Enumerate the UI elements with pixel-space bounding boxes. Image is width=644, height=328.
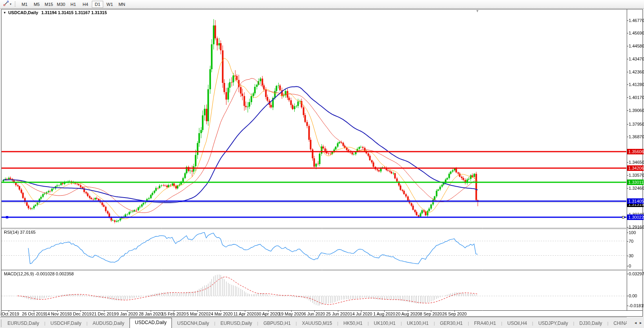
app-window: ▾ M1M5M15M30H1H4D1W1MN ▼USDCAD,Daily1.31… xyxy=(0,0,644,328)
rsi-tick-label: 100 xyxy=(629,230,636,235)
price-level-tag: 1.31405 xyxy=(627,198,644,204)
date-tick-label: 24 Mar 2020 xyxy=(208,312,233,316)
chart-tab-bar: EURUSD,Daily|USDCHF,Daily|AUDUSD,DailyUS… xyxy=(0,317,644,328)
date-tick-label: 14 Nov 2019 xyxy=(45,312,69,316)
timeframe-button-mn[interactable]: MN xyxy=(116,1,128,8)
timeframe-button-m1[interactable]: M1 xyxy=(19,1,30,8)
timeframe-button-m5[interactable]: M5 xyxy=(31,1,42,8)
tab-scroll-right-icon[interactable]: ▸ xyxy=(640,321,642,325)
draw-tool-button[interactable]: ▾ xyxy=(2,1,13,8)
date-tick-label: 28 Jan 2020 xyxy=(139,312,163,316)
price-level-tag: 1.34206 xyxy=(627,165,644,171)
date-tick-label: 1 Aug 2020 xyxy=(373,312,395,316)
date-tick-label: 25 Jun 2020 xyxy=(326,312,350,316)
price-tick-label: 1.41280 xyxy=(629,82,644,87)
chart-tab-usdchf-1[interactable]: USDCHF,Daily xyxy=(46,319,87,328)
tab-scroll-left-icon[interactable]: ◂ xyxy=(635,321,637,325)
chart-tab-usdcnh-4[interactable]: USDCNH,Daily xyxy=(172,319,214,328)
price-tick-label: 1.36870 xyxy=(629,134,644,139)
toolbar: ▾ M1M5M15M30H1H4D1W1MN xyxy=(0,0,644,9)
rsi-tick-label: 30 xyxy=(629,253,633,258)
chart-tab-dj30-15[interactable]: DJ30,Daily xyxy=(574,319,607,328)
date-tick-label: 20 Aug 2020 xyxy=(396,312,420,316)
macd-tick-label: 0.032972 xyxy=(629,271,644,277)
price-tick-label: 1.34650 xyxy=(629,159,644,165)
price-tick-label: 1.37950 xyxy=(629,121,644,127)
trendline-tool-icon xyxy=(3,0,9,8)
price-tick-label: 1.46770 xyxy=(629,18,644,23)
timeframe-button-h4[interactable]: H4 xyxy=(80,1,91,8)
chart-tab-uk100-10[interactable]: UK100,H1 xyxy=(402,319,434,328)
price-tick-label: 1.32460 xyxy=(629,185,644,191)
price-tick-label: 1.40170 xyxy=(629,95,644,100)
timeframe-bar: M1M5M15M30H1H4D1W1MN xyxy=(18,1,128,8)
date-tick-label: 30 Apr 2020 xyxy=(256,312,279,316)
macd-tick-label: -0.018154 xyxy=(629,303,644,308)
chart-tab-uk100-9[interactable]: UK100,H1 xyxy=(369,319,401,328)
tab-bar-corner xyxy=(1,319,2,327)
chart-canvas[interactable] xyxy=(0,0,644,328)
date-tick-label: 21 Dec 2019 xyxy=(92,312,116,316)
date-tick-label: 26 Oct 2019 xyxy=(22,312,46,316)
date-tick-label: 9 Jan 2020 xyxy=(117,312,138,316)
chart-tab-usdjpy-14[interactable]: USDJPY,Daily xyxy=(533,319,573,328)
rsi-tick-label: 0 xyxy=(629,263,631,269)
chart-tab-gbpusd-6[interactable]: GBPUSD,H1 xyxy=(258,319,296,328)
date-tick-label: 14 Jul 2020 xyxy=(350,312,372,316)
chart-tab-eurusd-5[interactable]: EURUSD,Daily xyxy=(215,319,257,328)
price-level-tag: 1.33011 xyxy=(627,180,644,185)
chart-tab-usoil-13[interactable]: USOil,H4 xyxy=(502,319,532,328)
chart-tab-ger30-11[interactable]: GER30,H1 xyxy=(435,319,468,328)
date-tick-label: 6 Jun 2020 xyxy=(304,312,325,316)
date-tick-label: 5 Mar 2020 xyxy=(186,312,208,316)
tab-scroll-controls: ◂ ▸ xyxy=(627,317,644,328)
date-tick-label: 15 Feb 2020 xyxy=(162,312,186,316)
date-tick-label: 26 Sep 2020 xyxy=(442,312,467,316)
date-tick-label: 8 Oct 2019 xyxy=(0,312,19,316)
date-tick-label: 8 Sep 2020 xyxy=(420,312,442,316)
price-tick-label: 1.45690 xyxy=(629,30,644,36)
chart-tab-usdcad-3[interactable]: USDCAD,Daily xyxy=(130,318,172,328)
timeframe-button-w1[interactable]: W1 xyxy=(104,1,115,8)
tool-dropdown-caret-icon[interactable]: ▾ xyxy=(10,2,11,6)
toolbar-grip-handle[interactable] xyxy=(15,2,16,7)
timeframe-button-m30[interactable]: M30 xyxy=(55,1,67,8)
price-tick-label: 1.42360 xyxy=(629,69,644,75)
price-tick-label: 1.44580 xyxy=(629,43,644,49)
price-tick-label: 1.29160 xyxy=(629,224,644,230)
chart-tab-audusd-2[interactable]: AUDUSD,Daily xyxy=(88,319,130,328)
price-level-tag: 1.35606 xyxy=(627,149,644,154)
price-tick-label: 1.33570 xyxy=(629,172,644,178)
price-tick-label: 1.43470 xyxy=(629,56,644,62)
timeframe-button-h1[interactable]: H1 xyxy=(68,1,79,8)
timeframe-button-m15[interactable]: M15 xyxy=(43,1,55,8)
date-tick-label: 3 Dec 2019 xyxy=(69,312,91,316)
price-tick-label: 1.39060 xyxy=(629,108,644,113)
macd-tick-label: 0.00 xyxy=(629,293,637,299)
price-level-tag: 1.30022 xyxy=(627,214,644,220)
date-tick-label: 19 May 2020 xyxy=(279,312,304,316)
chart-tab-eurusd-0[interactable]: EURUSD,Daily xyxy=(2,319,44,328)
chart-tab-hk50-8[interactable]: HK50,H1 xyxy=(338,319,368,328)
rsi-tick-label: 70 xyxy=(629,238,633,244)
chart-tab-fra40-12[interactable]: FRA40,H1 xyxy=(469,319,501,328)
timeframe-button-d1[interactable]: D1 xyxy=(92,1,103,8)
chart-tab-xauusd-7[interactable]: XAUUSD,M15 xyxy=(297,319,337,328)
date-tick-label: 11 Apr 2020 xyxy=(234,312,257,316)
